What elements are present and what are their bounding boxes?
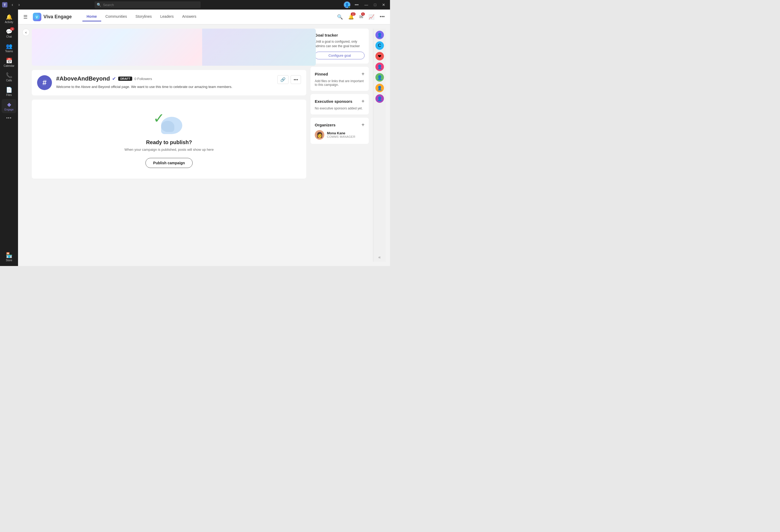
hamburger-button[interactable]: ☰ xyxy=(22,13,29,21)
maximize-button[interactable]: □ xyxy=(372,1,379,8)
more-icon: ••• xyxy=(6,116,12,120)
activity-icon: 🔔 xyxy=(6,14,12,20)
sidebar-item-activity[interactable]: 🔔 Activity xyxy=(2,12,16,26)
organizers-card: Organizers + 👩 Mona Kane COMMS MANAGER xyxy=(310,117,369,144)
more-actions-button[interactable]: ••• xyxy=(291,75,301,84)
no-sponsors-text: No executive sponsors added yet. xyxy=(315,106,364,110)
far-right-avatar-2[interactable]: C xyxy=(376,41,384,50)
publish-title: Ready to publish? xyxy=(146,139,192,145)
nav-item-answers[interactable]: Answers xyxy=(178,12,201,21)
organizers-title: Organizers + xyxy=(315,122,364,128)
close-button[interactable]: ✕ xyxy=(379,1,388,8)
nav-item-communities[interactable]: Communities xyxy=(101,12,132,21)
nav-item-home[interactable]: Home xyxy=(83,12,101,21)
collapse-panel-button[interactable]: « xyxy=(378,255,381,260)
campaign-name: #AboveAndBeyond xyxy=(56,75,110,82)
organizers-add-button[interactable]: + xyxy=(361,122,364,128)
pinned-add-button[interactable]: + xyxy=(361,71,364,77)
header-more-button[interactable]: ••• xyxy=(379,13,386,21)
mail-badge: 5 xyxy=(361,12,365,16)
publish-subtitle: When your campaign is published, posts w… xyxy=(125,148,214,152)
followers-count: 0 Followers xyxy=(134,77,152,81)
sidebar-item-label: Activity xyxy=(5,21,13,23)
publish-illustration: ✓ xyxy=(153,110,185,134)
publish-campaign-button[interactable]: Publish campaign xyxy=(145,158,193,168)
campaign-description: Welcome to the Above and Beyond official… xyxy=(56,84,273,90)
sidebar-item-files[interactable]: 📄 Files xyxy=(2,85,16,99)
app-logo: V Viva Engage xyxy=(33,13,72,21)
pinned-title: Pinned + xyxy=(315,71,364,77)
sidebar-teams-label: Teams xyxy=(5,50,13,53)
executive-sponsors-card: Executive sponsors + No executive sponso… xyxy=(310,94,369,114)
campaign-icon: # xyxy=(37,75,52,90)
verified-icon: ✔ xyxy=(112,76,116,82)
app-header: ☰ V Viva Engage xyxy=(18,9,390,25)
goal-tracker-label: Goal tracker xyxy=(315,33,338,37)
window-controls: ••• — □ ✕ xyxy=(344,1,388,8)
executive-sponsors-label: Executive sponsors xyxy=(315,99,352,104)
pinned-card: Pinned + Add files or links that are imp… xyxy=(310,67,369,91)
far-right-avatar-3[interactable]: ❤ xyxy=(376,52,384,60)
executive-sponsors-add-button[interactable]: + xyxy=(361,98,364,104)
sidebar-calendar-label: Calendar xyxy=(4,64,14,67)
nav-item-storylines[interactable]: Storylines xyxy=(131,12,156,21)
goal-tracker-title: Goal tracker xyxy=(315,33,364,37)
title-bar-navigation: ‹ › xyxy=(9,1,22,8)
nav-back-button[interactable]: ‹ xyxy=(9,1,15,8)
sidebar-calls-label: Calls xyxy=(6,79,12,82)
app-icon: T xyxy=(2,2,7,7)
more-options-button[interactable]: ••• xyxy=(352,1,361,8)
title-bar-search-area: 🔍 xyxy=(95,1,201,8)
teams-icon: 👥 xyxy=(6,43,12,49)
sidebar-item-calls[interactable]: 📞 Calls xyxy=(2,70,16,84)
content-area: ☰ V Viva Engage xyxy=(18,9,390,266)
far-right-avatar-4[interactable]: 👤 xyxy=(376,62,384,71)
organizers-label: Organizers xyxy=(315,123,335,127)
nav-item-leaders[interactable]: Leaders xyxy=(156,12,178,21)
configure-goal-button[interactable]: Configure goal xyxy=(315,52,364,59)
engage-icon: ◆ xyxy=(7,101,11,107)
nav-forward-button[interactable]: › xyxy=(16,1,22,8)
far-right-avatar-1[interactable]: 👤 xyxy=(376,31,384,39)
organizer-avatar: 👩 xyxy=(315,130,324,140)
sidebar-item-chat[interactable]: 1 💬 Chat xyxy=(2,26,16,40)
link-button[interactable]: 🔗 xyxy=(278,75,289,84)
online-status-dot xyxy=(348,6,350,8)
sidebar-files-label: Files xyxy=(6,94,12,96)
sidebar-chat-label: Chat xyxy=(6,35,12,38)
header-search-button[interactable]: 🔍 xyxy=(336,13,344,21)
sidebar-item-engage[interactable]: ◆ Engage xyxy=(2,99,16,113)
draft-badge: DRAFT xyxy=(118,77,132,81)
far-right-avatar-6[interactable]: 👤 xyxy=(376,84,384,92)
organizer-info: Mona Kane COMMS MANAGER xyxy=(327,131,355,138)
sidebar-item-more[interactable]: ••• xyxy=(2,114,16,122)
minimize-button[interactable]: — xyxy=(362,1,371,8)
app-body: 🔔 Activity 1 💬 Chat 👥 Teams 📅 Calendar 📞… xyxy=(0,9,390,266)
far-right-avatar-7[interactable]: 👤 xyxy=(376,94,384,103)
calendar-icon: 📅 xyxy=(6,57,12,64)
chat-badge: 1 xyxy=(10,27,14,31)
calls-icon: 📞 xyxy=(6,72,12,79)
svg-text:V: V xyxy=(36,15,38,19)
pinned-description: Add files or links that are important to… xyxy=(315,79,364,87)
organizer-role: COMMS MANAGER xyxy=(327,135,355,138)
campaign-area: # #AboveAndBeyond ✔ DRAFT 0 Followers We… xyxy=(22,29,306,262)
sidebar-item-store[interactable]: 🏪 Store xyxy=(2,250,16,264)
sidebar-item-calendar[interactable]: 📅 Calendar xyxy=(2,55,16,69)
sidebar-engage-label: Engage xyxy=(4,108,13,111)
header-trend-button[interactable]: 📈 xyxy=(368,13,376,21)
sidebar-store-label: Store xyxy=(6,259,12,262)
far-right-panel: 👤 C ❤ 👤 👤 👤 👤 « xyxy=(373,29,386,262)
store-icon: 🏪 xyxy=(6,252,12,258)
far-right-avatar-5[interactable]: 👤 xyxy=(376,73,384,82)
header-notifications-button[interactable]: 🔔12 xyxy=(347,13,355,21)
campaign-info-card: # #AboveAndBeyond ✔ DRAFT 0 Followers We… xyxy=(32,70,306,95)
goal-tracker-desc: Until a goal is configured, only admins … xyxy=(315,40,364,48)
header-mail-button[interactable]: ✉5 xyxy=(358,13,364,21)
app-name: Viva Engage xyxy=(43,14,72,19)
hashtag-symbol: # xyxy=(42,79,47,87)
search-input[interactable] xyxy=(95,1,201,8)
publish-card: ✓ Ready to publish? When your campaign i… xyxy=(32,100,306,179)
sidebar-item-teams[interactable]: 👥 Teams xyxy=(2,41,16,55)
back-button[interactable]: ‹ xyxy=(22,29,30,36)
